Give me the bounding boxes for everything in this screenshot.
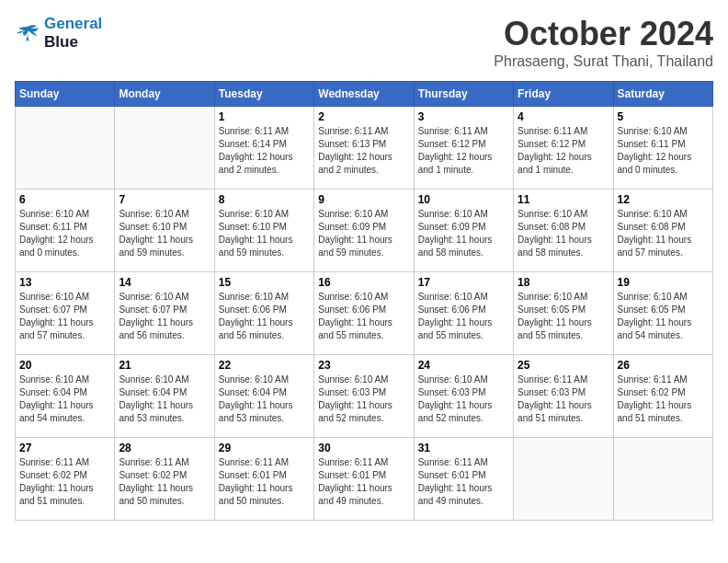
day-number: 28 [119,442,210,454]
calendar-cell [514,438,613,521]
day-number: 14 [119,276,210,289]
week-row-3: 13Sunrise: 6:10 AM Sunset: 6:07 PM Dayli… [16,272,713,355]
calendar-cell: 24Sunrise: 6:10 AM Sunset: 6:03 PM Dayli… [414,355,513,438]
day-number: 5 [618,110,709,123]
day-detail: Sunrise: 6:10 AM Sunset: 6:03 PM Dayligh… [418,373,509,425]
day-detail: Sunrise: 6:10 AM Sunset: 6:06 PM Dayligh… [318,291,409,342]
calendar-cell: 14Sunrise: 6:10 AM Sunset: 6:07 PM Dayli… [115,272,214,355]
day-detail: Sunrise: 6:10 AM Sunset: 6:04 PM Dayligh… [219,373,310,425]
day-detail: Sunrise: 6:10 AM Sunset: 6:07 PM Dayligh… [19,291,110,342]
day-number: 17 [418,276,509,289]
calendar-cell: 12Sunrise: 6:10 AM Sunset: 6:08 PM Dayli… [613,190,712,272]
calendar-cell: 28Sunrise: 6:11 AM Sunset: 6:02 PM Dayli… [115,438,214,521]
calendar-cell: 21Sunrise: 6:10 AM Sunset: 6:04 PM Dayli… [115,355,214,438]
calendar-cell: 1Sunrise: 6:11 AM Sunset: 6:14 PM Daylig… [214,107,313,190]
calendar-cell: 5Sunrise: 6:10 AM Sunset: 6:11 PM Daylig… [613,107,712,190]
day-number: 20 [19,359,110,372]
calendar-cell: 19Sunrise: 6:10 AM Sunset: 6:05 PM Dayli… [613,272,712,355]
calendar-cell: 8Sunrise: 6:10 AM Sunset: 6:10 PM Daylig… [214,190,313,272]
day-detail: Sunrise: 6:10 AM Sunset: 6:08 PM Dayligh… [618,208,709,259]
day-number: 30 [318,442,409,454]
calendar-cell: 20Sunrise: 6:10 AM Sunset: 6:04 PM Dayli… [16,355,115,438]
day-detail: Sunrise: 6:10 AM Sunset: 6:04 PM Dayligh… [119,373,210,425]
day-number: 21 [119,359,210,372]
weekday-header-sunday: Sunday [16,82,115,107]
calendar-cell: 22Sunrise: 6:10 AM Sunset: 6:04 PM Dayli… [214,355,313,438]
calendar-cell: 10Sunrise: 6:10 AM Sunset: 6:09 PM Dayli… [414,190,513,272]
calendar-cell: 11Sunrise: 6:10 AM Sunset: 6:08 PM Dayli… [514,190,613,272]
day-detail: Sunrise: 6:11 AM Sunset: 6:03 PM Dayligh… [518,373,609,425]
day-number: 2 [318,110,409,123]
day-number: 1 [219,110,310,123]
weekday-header-monday: Monday [115,82,214,107]
weekday-header-tuesday: Tuesday [214,82,313,107]
day-detail: Sunrise: 6:10 AM Sunset: 6:09 PM Dayligh… [418,208,509,259]
day-number: 11 [518,193,609,206]
day-detail: Sunrise: 6:10 AM Sunset: 6:08 PM Dayligh… [518,208,609,259]
logo: General Blue [15,15,102,51]
day-detail: Sunrise: 6:11 AM Sunset: 6:02 PM Dayligh… [19,456,110,508]
day-detail: Sunrise: 6:11 AM Sunset: 6:02 PM Dayligh… [618,373,709,425]
calendar-cell [115,107,214,190]
day-detail: Sunrise: 6:10 AM Sunset: 6:11 PM Dayligh… [19,208,110,259]
calendar-cell: 9Sunrise: 6:10 AM Sunset: 6:09 PM Daylig… [314,190,414,272]
calendar-cell: 26Sunrise: 6:11 AM Sunset: 6:02 PM Dayli… [613,355,712,438]
day-number: 8 [219,193,310,206]
week-row-4: 20Sunrise: 6:10 AM Sunset: 6:04 PM Dayli… [16,355,713,438]
day-detail: Sunrise: 6:10 AM Sunset: 6:09 PM Dayligh… [318,208,409,259]
day-detail: Sunrise: 6:10 AM Sunset: 6:04 PM Dayligh… [19,373,110,425]
calendar-cell: 27Sunrise: 6:11 AM Sunset: 6:02 PM Dayli… [16,438,115,521]
day-detail: Sunrise: 6:10 AM Sunset: 6:10 PM Dayligh… [219,208,310,259]
calendar-cell: 2Sunrise: 6:11 AM Sunset: 6:13 PM Daylig… [314,107,414,190]
weekday-header-row: SundayMondayTuesdayWednesdayThursdayFrid… [16,82,713,107]
day-detail: Sunrise: 6:11 AM Sunset: 6:01 PM Dayligh… [219,456,310,508]
weekday-header-wednesday: Wednesday [314,82,414,107]
day-number: 27 [19,442,110,454]
day-number: 7 [119,193,210,206]
day-number: 12 [618,193,709,206]
weekday-header-thursday: Thursday [414,82,513,107]
day-number: 4 [518,110,609,123]
day-number: 19 [618,276,709,289]
calendar-cell [16,107,115,190]
calendar-cell: 13Sunrise: 6:10 AM Sunset: 6:07 PM Dayli… [16,272,115,355]
day-detail: Sunrise: 6:11 AM Sunset: 6:14 PM Dayligh… [219,125,310,177]
day-detail: Sunrise: 6:11 AM Sunset: 6:12 PM Dayligh… [418,125,509,177]
day-number: 15 [219,276,310,289]
calendar-cell: 6Sunrise: 6:10 AM Sunset: 6:11 PM Daylig… [16,190,115,272]
location-title: Phrasaeng, Surat Thani, Thailand [494,53,713,70]
day-detail: Sunrise: 6:11 AM Sunset: 6:01 PM Dayligh… [318,456,409,508]
day-detail: Sunrise: 6:10 AM Sunset: 6:06 PM Dayligh… [219,291,310,342]
day-number: 22 [219,359,310,372]
day-number: 16 [318,276,409,289]
calendar-cell: 23Sunrise: 6:10 AM Sunset: 6:03 PM Dayli… [314,355,414,438]
logo-text: General Blue [44,15,102,51]
calendar-cell: 17Sunrise: 6:10 AM Sunset: 6:06 PM Dayli… [414,272,513,355]
calendar-cell: 16Sunrise: 6:10 AM Sunset: 6:06 PM Dayli… [314,272,414,355]
week-row-5: 27Sunrise: 6:11 AM Sunset: 6:02 PM Dayli… [16,438,713,521]
calendar-cell [613,438,712,521]
day-number: 9 [318,193,409,206]
day-number: 23 [318,359,409,372]
day-number: 31 [418,442,509,454]
calendar-cell: 18Sunrise: 6:10 AM Sunset: 6:05 PM Dayli… [514,272,613,355]
day-detail: Sunrise: 6:11 AM Sunset: 6:02 PM Dayligh… [119,456,210,508]
calendar-table: SundayMondayTuesdayWednesdayThursdayFrid… [15,81,713,521]
day-number: 29 [219,442,310,454]
day-number: 24 [418,359,509,372]
calendar-cell: 25Sunrise: 6:11 AM Sunset: 6:03 PM Dayli… [514,355,613,438]
calendar-cell: 4Sunrise: 6:11 AM Sunset: 6:12 PM Daylig… [514,107,613,190]
week-row-2: 6Sunrise: 6:10 AM Sunset: 6:11 PM Daylig… [16,190,713,272]
day-number: 26 [618,359,709,372]
logo-bird-icon [15,23,40,43]
day-number: 10 [418,193,509,206]
calendar-cell: 30Sunrise: 6:11 AM Sunset: 6:01 PM Dayli… [314,438,414,521]
month-title: October 2024 [494,15,713,53]
calendar-cell: 15Sunrise: 6:10 AM Sunset: 6:06 PM Dayli… [214,272,313,355]
day-detail: Sunrise: 6:10 AM Sunset: 6:07 PM Dayligh… [119,291,210,342]
day-detail: Sunrise: 6:10 AM Sunset: 6:11 PM Dayligh… [618,125,709,177]
day-number: 25 [518,359,609,372]
day-detail: Sunrise: 6:10 AM Sunset: 6:05 PM Dayligh… [618,291,709,342]
calendar-cell: 29Sunrise: 6:11 AM Sunset: 6:01 PM Dayli… [214,438,313,521]
calendar-cell: 7Sunrise: 6:10 AM Sunset: 6:10 PM Daylig… [115,190,214,272]
